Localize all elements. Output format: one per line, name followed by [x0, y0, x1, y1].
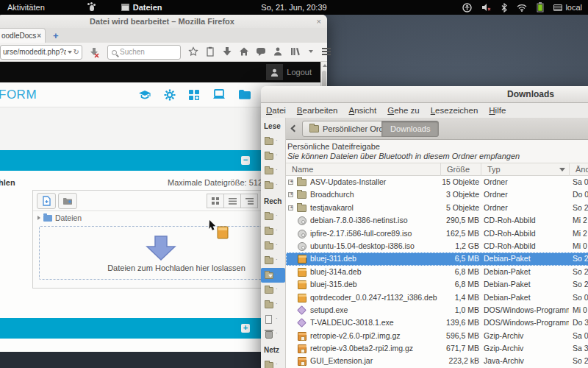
- gear-icon[interactable]: [164, 89, 176, 101]
- table-row[interactable]: retropie-v3.0beta2-rpi2.img.gz 671,7 MB …: [286, 342, 588, 355]
- apps-grid-icon[interactable]: [188, 89, 200, 101]
- firefox-titlebar[interactable]: Datei wird bearbeitet – Mozilla Firefox …: [0, 15, 327, 28]
- downloads-icon[interactable]: [222, 46, 232, 57]
- chevron-down-icon[interactable]: [68, 51, 72, 54]
- accessibility-icon[interactable]: [462, 3, 472, 13]
- wifi-icon[interactable]: [517, 4, 527, 12]
- moodle-brand[interactable]: FORM: [0, 88, 37, 102]
- table-row[interactable]: GUI_Extension.jar 223,2 kB Java-Archiv S…: [286, 355, 588, 367]
- cell-size: 290,5 MB: [396, 214, 479, 227]
- tab-close-icon[interactable]: ×: [37, 29, 41, 43]
- cell-type: Ordner: [484, 202, 569, 214]
- place-icon: [264, 300, 275, 309]
- share-icon[interactable]: [273, 46, 283, 57]
- table-row[interactable]: setupd.exe 1,0 MB DOS/Windows-Programm M…: [286, 304, 588, 316]
- sidebar-entry[interactable]: [261, 283, 285, 297]
- filepicker-path[interactable]: Dateien: [37, 213, 82, 222]
- list-column-headers: Name Größe Typ Änd: [286, 163, 588, 176]
- library-icon[interactable]: [290, 46, 301, 57]
- sidebar-entry[interactable]: [261, 327, 285, 342]
- expander-icon[interactable]: [288, 205, 293, 210]
- table-row[interactable]: bluej-314a.deb 6,8 MB Debian-Paket So 2: [286, 266, 588, 278]
- sidebar-entry[interactable]: [261, 134, 285, 149]
- menu-item[interactable]: Ansicht: [349, 106, 377, 115]
- menu-item[interactable]: Datei: [266, 106, 286, 115]
- url-bar[interactable]: urse/modedit.php?ad ↻: [0, 45, 82, 60]
- sidebar-entry[interactable]: [261, 268, 285, 283]
- chevron-down-icon[interactable]: [309, 50, 313, 53]
- bookmark-star-icon[interactable]: [188, 46, 198, 57]
- scroll-up-icon[interactable]: [323, 64, 327, 67]
- column-header-name[interactable]: Name: [286, 163, 441, 176]
- logout-link[interactable]: Logout: [287, 62, 312, 82]
- download-blocked-icon[interactable]: [88, 46, 100, 58]
- create-folder-button[interactable]: [58, 193, 77, 209]
- search-input[interactable]: Suchen: [107, 45, 181, 60]
- table-row[interactable]: ipfire-2.17.i586-full-core89.iso 162,5 M…: [286, 227, 588, 240]
- sidebar-entry[interactable]: [261, 297, 285, 312]
- reading-list-icon[interactable]: [205, 46, 215, 57]
- cell-modified: Mi 0: [573, 304, 588, 316]
- list-view-button[interactable]: [223, 194, 241, 208]
- cell-type: Java-Archiv: [484, 355, 569, 367]
- sidebar-entry[interactable]: [261, 253, 285, 268]
- grid-view-button[interactable]: [207, 194, 224, 208]
- sidebar-entry[interactable]: [261, 312, 285, 327]
- table-row[interactable]: debian-7.8.0-i386-netinst.iso 290,5 MB C…: [286, 214, 588, 227]
- gnome-top-bar: Aktivitäten Dateien So, 21. Jun, 20:39 l…: [0, 0, 588, 15]
- graduation-cap-icon[interactable]: [138, 89, 151, 101]
- table-row[interactable]: qotrdecoder_0.0.247-r1132_i386.deb 1,4 M…: [286, 291, 588, 304]
- sidebar-entry[interactable]: [261, 224, 285, 238]
- battery-icon[interactable]: [537, 2, 544, 13]
- sidebar-entry[interactable]: Lese: [261, 118, 285, 134]
- column-header-type[interactable]: Typ: [481, 163, 570, 176]
- menu-item[interactable]: Hilfe: [489, 106, 506, 115]
- avatar[interactable]: [266, 64, 283, 80]
- sidebar-entry[interactable]: Netz: [261, 342, 285, 358]
- file-type-icon: [297, 280, 307, 289]
- sidebar-entry[interactable]: [261, 149, 285, 163]
- sidebar-entry[interactable]: Rech: [261, 193, 285, 209]
- sidebar-entry[interactable]: [261, 178, 285, 193]
- tree-view-button[interactable]: [240, 194, 258, 208]
- fm-titlebar[interactable]: Downloads: [261, 86, 588, 103]
- column-header-size[interactable]: Größe: [441, 163, 481, 176]
- menu-icon[interactable]: [321, 47, 331, 56]
- sidebar-entry[interactable]: [261, 209, 285, 224]
- browser-tab[interactable]: oodleDocs ×: [0, 28, 46, 43]
- chat-icon[interactable]: [256, 46, 266, 57]
- table-row[interactable]: ASV-Updates-Installer 15 Objekte Ordner …: [286, 176, 588, 188]
- table-row[interactable]: testjavakarol 5 Objekte Ordner So 2: [286, 202, 588, 214]
- moodle-header-bar: Logout: [0, 62, 320, 82]
- keyboard-layout-indicator[interactable]: local: [553, 3, 582, 12]
- sidebar-entry[interactable]: [261, 358, 285, 368]
- close-icon[interactable]: ×: [317, 15, 321, 28]
- table-row[interactable]: ubuntu-15.04-desktop-i386.iso 1,2 GB CD-…: [286, 240, 588, 252]
- new-tab-button[interactable]: +: [53, 30, 59, 41]
- table-row[interactable]: bluej-311.deb 6,5 MB Debian-Paket So 2: [286, 252, 588, 265]
- home-icon[interactable]: [239, 46, 249, 57]
- expand-section-button[interactable]: +: [241, 324, 250, 333]
- bluetooth-icon[interactable]: [501, 3, 507, 13]
- place-icon: [264, 152, 275, 160]
- laptop-icon[interactable]: [212, 89, 226, 100]
- reload-icon[interactable]: ↻: [74, 46, 79, 59]
- column-header-modified[interactable]: Änd: [570, 163, 588, 176]
- menu-item[interactable]: Gehe zu: [387, 106, 419, 115]
- add-file-button[interactable]: [37, 193, 56, 209]
- breadcrumb-current-button[interactable]: Downloads: [381, 121, 439, 137]
- table-row[interactable]: bluej-315.deb 6,8 MB Debian-Paket So 2: [286, 278, 588, 291]
- folder-icon[interactable]: [238, 89, 251, 99]
- expander-icon[interactable]: [288, 192, 293, 197]
- volume-muted-icon[interactable]: [481, 3, 492, 12]
- table-row[interactable]: retropie-v2.6.0-rpi2.img.gz 596,5 MB Gzi…: [286, 330, 588, 342]
- sidebar-entry[interactable]: [261, 238, 285, 253]
- collapse-section-button[interactable]: −: [241, 156, 250, 165]
- menu-item[interactable]: Lesezeichen: [431, 106, 478, 115]
- back-icon[interactable]: [291, 125, 298, 132]
- expander-icon[interactable]: [288, 180, 293, 185]
- table-row[interactable]: T-VALDEUC-3018.1.exe 139,6 MB DOS/Window…: [286, 316, 588, 329]
- table-row[interactable]: Broadchurch 3 Objekte Ordner Do 0: [286, 188, 588, 201]
- sidebar-entry[interactable]: [261, 163, 285, 178]
- menu-item[interactable]: Bearbeiten: [297, 106, 338, 115]
